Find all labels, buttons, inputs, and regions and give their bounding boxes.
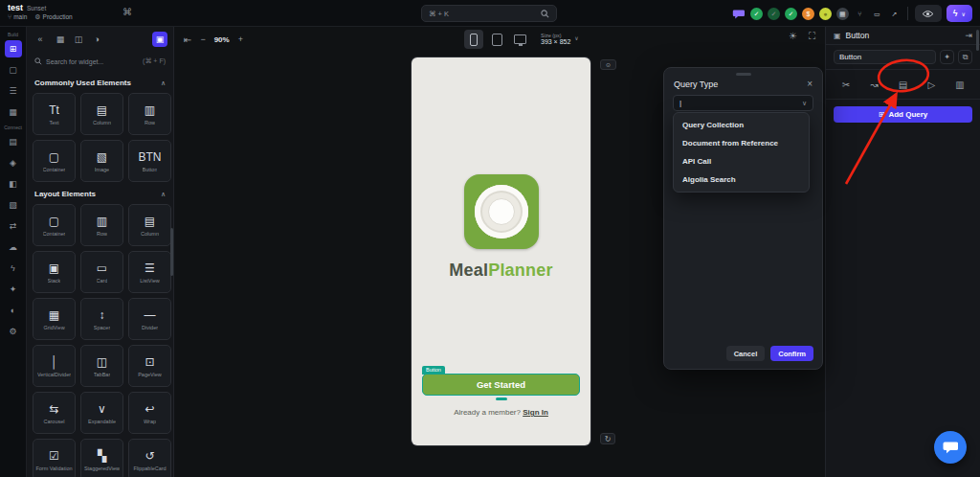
sign-in-link[interactable]: Sign In bbox=[523, 408, 548, 417]
query-type-select[interactable]: | ∨ bbox=[673, 95, 813, 111]
name-action-icon[interactable]: ⧉ bbox=[958, 50, 972, 64]
rail-item-icon[interactable]: ▦ bbox=[5, 103, 22, 121]
status-icon[interactable]: ▦ bbox=[836, 8, 849, 20]
zoom-in-button[interactable]: + bbox=[238, 34, 243, 44]
rail-item-icon[interactable]: ⚙ bbox=[5, 323, 22, 340]
panel-tab-icon[interactable]: ▷ bbox=[923, 77, 940, 92]
right-panel-scrollbar[interactable] bbox=[976, 30, 979, 51]
widget-search-input[interactable]: Search for widget... (⌘ + F) bbox=[27, 52, 173, 71]
widget-card[interactable]: ∨ Expandable bbox=[80, 392, 123, 434]
rail-item-icon[interactable]: ⊞ bbox=[5, 40, 22, 57]
fit-to-screen-icon[interactable]: ⇤ bbox=[184, 34, 191, 45]
rail-item-icon[interactable]: ▢ bbox=[5, 61, 22, 79]
rail-item-icon[interactable]: ϟ bbox=[5, 260, 22, 277]
status-icon[interactable]: $ bbox=[802, 8, 814, 20]
device-tablet-button[interactable] bbox=[487, 30, 506, 49]
rail-item-icon[interactable]: ⇄ bbox=[5, 217, 22, 235]
collapse-panel-icon[interactable]: « bbox=[33, 32, 48, 47]
device-desktop-button[interactable] bbox=[510, 30, 529, 49]
widget-card[interactable]: ⇆ Carousel bbox=[33, 392, 76, 434]
widget-card[interactable]: ▣ Stack bbox=[33, 251, 76, 293]
device-phone-button[interactable] bbox=[464, 30, 483, 49]
name-action-icon[interactable]: ✦ bbox=[940, 50, 954, 64]
rail-item-icon[interactable]: ◧ bbox=[5, 175, 22, 193]
close-icon[interactable]: × bbox=[807, 79, 813, 89]
section-header-layout[interactable]: Layout Elements ∧ bbox=[27, 182, 173, 202]
status-icon[interactable]: ✓ bbox=[785, 8, 797, 20]
environment-selector[interactable]: ⚙Production bbox=[34, 13, 72, 22]
rail-item-icon[interactable]: ▧ bbox=[5, 196, 22, 214]
widget-card[interactable]: ▥ Row bbox=[128, 93, 171, 135]
panel-tab-icon[interactable]: ↝ bbox=[866, 77, 883, 92]
rail-item-icon[interactable]: ◐ bbox=[5, 302, 22, 319]
widget-card[interactable]: ▤ Column bbox=[128, 204, 171, 246]
left-panel-scrollbar[interactable] bbox=[170, 228, 173, 276]
panel-tab-icon[interactable]: ✂ bbox=[837, 77, 855, 92]
rail-item-icon[interactable]: ☁ bbox=[5, 238, 22, 256]
branch-selector[interactable]: ⑂main bbox=[8, 13, 27, 22]
collaboration-chat-icon[interactable] bbox=[732, 7, 746, 20]
widget-card[interactable]: ▧ Image bbox=[80, 140, 123, 182]
support-chat-button[interactable] bbox=[934, 431, 967, 464]
zoom-out-button[interactable]: − bbox=[200, 34, 205, 44]
widget-card[interactable]: ↕ Spacer bbox=[80, 298, 123, 340]
widget-card[interactable]: ↺ FlippableCard bbox=[128, 439, 171, 477]
command-menu-icon[interactable]: ⌘ bbox=[122, 7, 132, 17]
add-query-button[interactable]: ⊞ Add Query bbox=[834, 106, 972, 123]
query-type-option[interactable]: Algolia Search bbox=[674, 170, 809, 189]
status-icon[interactable]: ↗ bbox=[888, 8, 901, 20]
selection-resize-handle[interactable] bbox=[496, 398, 507, 400]
status-icon[interactable]: ● bbox=[819, 8, 832, 20]
project-info[interactable]: testSunset ⑂main ⚙Production bbox=[8, 3, 73, 22]
dock-panel-toggle[interactable]: ▣ bbox=[152, 32, 167, 47]
widget-panel-tab-icon[interactable]: ▦ bbox=[53, 32, 68, 47]
status-icon[interactable]: ✓ bbox=[768, 8, 780, 20]
widget-card[interactable]: ⊡ PageView bbox=[128, 345, 171, 387]
confirm-button[interactable]: Confirm bbox=[770, 346, 813, 361]
query-type-option[interactable]: Document from Reference bbox=[674, 134, 809, 152]
widget-card[interactable]: ☰ ListView bbox=[128, 251, 171, 293]
canvas-theme-icon[interactable]: ☀ bbox=[789, 31, 797, 42]
query-type-option[interactable]: Query Collection bbox=[674, 116, 809, 134]
app-logo[interactable] bbox=[464, 174, 539, 249]
get-started-button[interactable]: Get Started bbox=[422, 374, 580, 396]
widget-card[interactable]: ◫ TabBar bbox=[80, 345, 123, 387]
widget-card[interactable]: │ VerticalDivider bbox=[33, 345, 76, 387]
panel-tab-icon[interactable]: ▤ bbox=[895, 77, 912, 92]
fullscreen-icon[interactable]: ⛶ bbox=[809, 31, 815, 42]
rail-item-icon[interactable]: ✦ bbox=[5, 281, 22, 298]
section-header-common[interactable]: Commonly Used Elements ∧ bbox=[27, 71, 173, 91]
device-frame-toggle[interactable]: ⊙ bbox=[600, 59, 616, 70]
widget-panel-tab-icon[interactable]: ◫ bbox=[71, 32, 86, 47]
app-title[interactable]: MealPlanner bbox=[412, 261, 590, 281]
widget-card[interactable]: ▢ Container bbox=[33, 140, 76, 182]
widget-card[interactable]: ▢ Container bbox=[33, 204, 76, 246]
widget-card[interactable]: BTN Button bbox=[128, 140, 171, 182]
widget-card[interactable]: ▭ Card bbox=[80, 251, 123, 293]
status-icon[interactable]: ▭ bbox=[871, 8, 883, 20]
canvas-size-dropdown[interactable]: Size (px) 393 × 852 ∨ bbox=[541, 33, 579, 47]
widget-card[interactable]: ☑ Form Validation bbox=[33, 439, 76, 477]
widget-card[interactable]: Tt Text bbox=[33, 93, 76, 135]
run-app-button[interactable]: ϟ ∨ bbox=[947, 5, 972, 22]
status-icon[interactable]: ⑂ bbox=[854, 8, 866, 20]
widget-card[interactable]: ▤ Column bbox=[80, 93, 123, 135]
rail-item-icon[interactable]: ☰ bbox=[5, 82, 22, 100]
preview-eye-button[interactable] bbox=[915, 5, 942, 22]
cancel-button[interactable]: Cancel bbox=[726, 346, 766, 361]
rotate-device-button[interactable]: ↻ bbox=[600, 433, 615, 444]
widget-card[interactable]: ▦ GridView bbox=[33, 298, 76, 340]
widget-card[interactable]: ↩ Wrap bbox=[128, 392, 171, 434]
widget-name-input[interactable]: Button bbox=[834, 50, 936, 64]
collapse-panel-icon[interactable]: ⇥ bbox=[965, 31, 972, 40]
widget-card[interactable]: ― Divider bbox=[128, 298, 171, 340]
rail-item-icon[interactable]: ▤ bbox=[5, 133, 22, 150]
global-search-input[interactable]: ⌘ + K bbox=[421, 5, 557, 22]
rail-item-icon[interactable]: ◈ bbox=[5, 154, 22, 171]
query-type-option[interactable]: API Call bbox=[674, 152, 809, 170]
panel-tab-icon[interactable]: ▥ bbox=[951, 77, 969, 92]
status-icon[interactable]: ✓ bbox=[750, 8, 763, 20]
widget-card[interactable]: ▥ Row bbox=[80, 204, 123, 246]
widget-card[interactable]: ▚ StaggeredView bbox=[80, 439, 123, 477]
phone-preview[interactable]: MealPlanner Button Get Started Already a… bbox=[412, 57, 590, 445]
